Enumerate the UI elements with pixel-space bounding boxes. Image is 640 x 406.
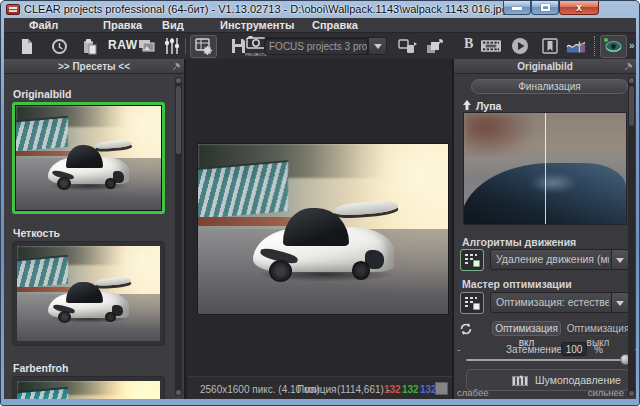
export-device-icon[interactable] [398, 36, 418, 56]
rgb-red-value: 132 [384, 384, 401, 395]
play-icon[interactable] [510, 36, 530, 56]
new-document-icon[interactable] [16, 36, 36, 56]
stronger-label: сильнее [588, 387, 624, 398]
preset-thumbnail-farbenfroh[interactable] [12, 376, 165, 399]
preset-thumbnail-originalbild[interactable] [12, 102, 165, 214]
color-swatch [435, 382, 448, 395]
close-button[interactable]: x [559, 1, 599, 15]
presets-scrollbar-thumb[interactable] [176, 86, 181, 154]
minimize-button[interactable] [503, 1, 531, 15]
weaker-label: слабее [457, 387, 488, 398]
batch-edit-icon[interactable]: B [464, 36, 473, 52]
app-body: Файл Правка Вид Инструменты Справка RAW [4, 18, 636, 399]
tools-scrollbar[interactable] [628, 77, 635, 397]
menubar: Файл Правка Вид Инструменты Справка [4, 18, 636, 33]
preset-label-originalbild: Originalbild [13, 88, 71, 100]
tools-panel-title: Originalbild [517, 61, 573, 72]
chevron-down-icon[interactable] [611, 293, 628, 312]
optimizer-value: Оптимизация: естественный [496, 293, 609, 312]
denoise-button-label: Шумоподавление [535, 374, 621, 386]
preset-label-sharpness: Четкость [13, 227, 60, 239]
tools-panel: Originalbild Финализация Лупа Алгоритмы … [452, 59, 636, 399]
optimizer-section-title: Мастер оптимизации [462, 278, 572, 290]
menu-view[interactable]: Вид [162, 19, 184, 31]
menu-file[interactable]: Файл [29, 19, 58, 31]
pin-icon[interactable] [172, 62, 181, 71]
toolbar-separator [185, 38, 186, 54]
tools-scrollbar-thumb[interactable] [629, 86, 634, 126]
presets-panel-title: >> Пресеты << [58, 61, 130, 72]
image-canvas [188, 59, 453, 376]
motion-section-title: Алгоритмы движения [462, 236, 576, 248]
titlebar[interactable]: CLEAR projects professional (64-бит) - V… [1, 1, 639, 18]
close-icon: x [560, 2, 598, 13]
view-settings-button[interactable] [190, 35, 217, 58]
raw-icon[interactable]: RAW [108, 38, 138, 52]
darken-label: Затемнение [506, 344, 562, 355]
darken-minus-button[interactable]: - [457, 343, 461, 355]
status-dot [604, 38, 608, 42]
maximize-icon [541, 4, 550, 11]
pin-icon[interactable] [624, 62, 633, 71]
motion-algorithm-value: Удаление движения (многопроход [496, 250, 609, 269]
darken-unit: % [594, 344, 603, 355]
minimize-icon [512, 7, 522, 10]
finalize-button[interactable]: Финализация [471, 79, 628, 94]
bookmark-icon[interactable] [540, 36, 560, 56]
rgb-green-value: 132 [402, 384, 419, 395]
menu-tools[interactable]: Инструменты [220, 19, 294, 31]
optimization-on-button[interactable]: Оптимизация вкл [492, 321, 561, 336]
app-icon [6, 4, 20, 15]
maximize-button[interactable] [531, 1, 559, 15]
menu-edit[interactable]: Правка [103, 19, 142, 31]
optimizer-dropdown[interactable]: Оптимизация: естественный [490, 292, 629, 313]
toolbar: RAW PROJECTS FOCUS projects 3 pro [4, 34, 636, 59]
menu-help[interactable]: Справка [312, 19, 358, 31]
scroll-down-icon[interactable] [176, 390, 181, 395]
position-value: (1114,661) - [337, 384, 390, 395]
chevron-down-icon[interactable] [611, 250, 628, 269]
paste-icon[interactable] [80, 36, 100, 56]
expand-chevron[interactable]: » [629, 40, 635, 51]
darken-value-input[interactable] [561, 342, 587, 356]
project-selector-arrow-icon[interactable] [368, 37, 387, 55]
tools-panel-header[interactable]: Originalbild [454, 59, 636, 74]
adjust-sliders-icon[interactable] [162, 36, 182, 56]
loupe-label: Лупа [476, 100, 501, 112]
denoise-icon [512, 376, 528, 386]
histogram-icon[interactable] [566, 36, 586, 56]
workspace: >> Пресеты << Originalbild Четкость [4, 59, 636, 399]
loupe-preview[interactable] [464, 113, 626, 224]
scroll-up-icon[interactable] [176, 78, 181, 83]
scroll-up-icon[interactable] [629, 78, 634, 83]
motion-algorithm-icon[interactable] [460, 249, 484, 271]
copy-export-icon[interactable] [425, 36, 445, 56]
history-icon[interactable] [49, 36, 69, 56]
toolbar-dotted-separator [594, 36, 595, 56]
presets-scrollbar[interactable] [175, 77, 182, 396]
position-label: Позиция [297, 384, 337, 395]
presets-panel: >> Пресеты << Originalbild Четкость [4, 59, 186, 399]
preset-thumbnail-sharpness[interactable] [12, 241, 165, 346]
presets-panel-header[interactable]: >> Пресеты << [4, 59, 184, 74]
window-title: CLEAR projects professional (64-бит) - V… [24, 3, 508, 15]
preset-label-farbenfroh: Farbenfroh [13, 362, 68, 374]
project-selector[interactable]: FOCUS projects 3 professional [264, 37, 368, 55]
filmstrip-icon[interactable] [481, 36, 501, 56]
canvas-area: 2560x1600 пикс. (4.10 мп) Позиция (1114,… [188, 59, 453, 399]
scroll-down-icon[interactable] [629, 391, 634, 396]
optimizer-icon[interactable] [460, 292, 484, 314]
optimization-off-button[interactable]: Оптимизация выкл [565, 321, 631, 336]
up-arrow-icon[interactable] [462, 100, 472, 110]
compare-eye-button[interactable] [600, 35, 627, 58]
motion-algorithm-dropdown[interactable]: Удаление движения (многопроход [490, 249, 629, 270]
darken-slider[interactable] [466, 359, 629, 361]
loupe-divider-line[interactable] [545, 113, 546, 224]
image-gallery-icon[interactable] [137, 36, 157, 56]
refresh-icon[interactable] [459, 322, 473, 336]
app-window: CLEAR projects professional (64-бит) - V… [0, 0, 640, 406]
status-bar: 2560x1600 пикс. (4.10 мп) Позиция (1114,… [188, 376, 453, 399]
main-image [198, 144, 448, 314]
